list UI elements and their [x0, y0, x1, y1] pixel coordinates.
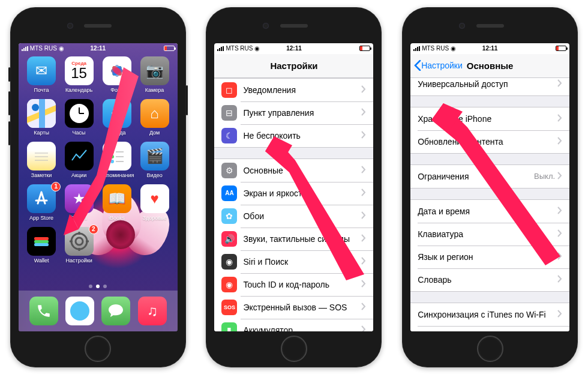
- row-sounds[interactable]: 🔊Звуки, тактильные сигналы: [214, 228, 373, 250]
- row-itunes-wifi-sync[interactable]: Синхронизация с iTunes по Wi-Fi: [410, 303, 569, 326]
- volume-up[interactable]: [8, 91, 10, 115]
- maps-icon: [27, 99, 56, 128]
- clock-icon: [65, 99, 94, 128]
- front-camera: [67, 23, 73, 29]
- clock-label: 12:11: [482, 45, 498, 52]
- app-health[interactable]: ♥Здоровье: [137, 184, 172, 221]
- chevron-icon: [557, 79, 562, 89]
- row-accessibility[interactable]: Универсальный доступ: [410, 78, 569, 95]
- app-weather[interactable]: ☀︎Погода: [100, 99, 134, 136]
- app-calendar[interactable]: Среда15Календарь: [62, 56, 96, 93]
- app-photos[interactable]: Фото: [100, 56, 134, 93]
- app-camera[interactable]: 📷Камера: [137, 56, 172, 93]
- app-itunes[interactable]: ★iTunes: [62, 184, 96, 221]
- app-grid: ✉︎Почта Среда15Календарь Фото 📷Камера Ка…: [19, 54, 178, 264]
- volume-down[interactable]: [8, 121, 10, 145]
- video-icon: 🎬: [140, 142, 169, 170]
- home-button[interactable]: [477, 336, 503, 362]
- ibooks-icon: 📖: [103, 184, 131, 213]
- power-button[interactable]: [186, 85, 188, 115]
- app-label: Настройки: [66, 258, 92, 264]
- itunes-icon: ★: [65, 184, 94, 213]
- svg-rect-23: [34, 240, 49, 243]
- nav-bar: Настройки: [214, 54, 373, 78]
- row-battery[interactable]: ▮Аккумулятор: [214, 319, 373, 331]
- app-safari[interactable]: [65, 297, 94, 325]
- notes-icon: [27, 142, 56, 170]
- general-list[interactable]: Универсальный доступ Хранилище iPhone Об…: [410, 78, 569, 331]
- row-vpn[interactable]: VPNНе подключено: [410, 326, 569, 331]
- mail-icon: ✉︎: [27, 56, 56, 85]
- svg-point-9: [32, 104, 39, 111]
- home-screen: MTS RUS◉ 12:11 ✉︎Почта Среда15Календарь …: [19, 43, 178, 331]
- carrier-label: MTS RUS: [226, 45, 253, 52]
- svg-point-16: [110, 150, 114, 154]
- row-restrictions[interactable]: ОграниченияВыкл.: [410, 165, 569, 188]
- row-general[interactable]: ⚙Основные: [214, 159, 373, 182]
- row-wallpaper[interactable]: ✿Обои: [214, 205, 373, 228]
- app-home[interactable]: ⌂Дом: [137, 99, 172, 136]
- page-dots[interactable]: [19, 285, 178, 288]
- app-videos[interactable]: 🎬Видео: [137, 142, 172, 178]
- app-wallet[interactable]: Wallet: [25, 227, 59, 264]
- phone-frame-3: MTS RUS◉ 12:11 Настройки Основные Универ…: [402, 7, 578, 367]
- row-keyboard[interactable]: Клавиатура: [410, 223, 569, 246]
- app-label: iBooks: [109, 215, 125, 221]
- row-touchid[interactable]: ◉Touch ID и код-пароль: [214, 273, 373, 296]
- row-display[interactable]: AAЭкран и яркость: [214, 182, 373, 205]
- row-dnd[interactable]: ☾Не беспокоить: [214, 124, 373, 147]
- row-dictionary[interactable]: Словарь: [410, 268, 569, 291]
- row-iphone-storage[interactable]: Хранилище iPhone: [410, 107, 569, 130]
- reminders-icon: [103, 142, 131, 170]
- status-bar: MTS RUS◉ 12:11: [410, 43, 569, 54]
- app-mail[interactable]: ✉︎Почта: [25, 56, 59, 93]
- svg-point-25: [71, 234, 87, 249]
- row-siri[interactable]: ◉Siri и Поиск: [214, 250, 373, 273]
- app-stocks[interactable]: Акции: [62, 142, 96, 178]
- app-music[interactable]: ♫: [138, 297, 167, 325]
- settings-root-screen: MTS RUS◉ 12:11 Настройки ◻︎Уведомления ⊟…: [214, 43, 373, 331]
- app-label: Часы: [73, 130, 86, 136]
- row-sos[interactable]: SOSЭкстренный вызов — SOS: [214, 296, 373, 319]
- carrier-label: MTS RUS: [30, 45, 57, 52]
- app-settings[interactable]: 2Настройки: [62, 227, 96, 264]
- app-maps[interactable]: Карты: [25, 99, 59, 136]
- app-label: App Store: [29, 215, 53, 221]
- back-button[interactable]: Настройки: [414, 60, 463, 71]
- chevron-icon: [361, 257, 366, 267]
- home-button[interactable]: [85, 336, 111, 362]
- app-phone[interactable]: [29, 297, 58, 325]
- chevron-icon: [361, 303, 366, 312]
- row-language-region[interactable]: Язык и регион: [410, 246, 569, 268]
- row-date-time[interactable]: Дата и время: [410, 200, 569, 223]
- wallet-icon: [27, 227, 56, 256]
- phone-frame-2: MTS RUS◉ 12:11 Настройки ◻︎Уведомления ⊟…: [206, 7, 382, 367]
- chevron-icon: [361, 131, 366, 140]
- row-background-refresh[interactable]: Обновление контента: [410, 130, 569, 153]
- row-control-center[interactable]: ⊟Пункт управления: [214, 101, 373, 124]
- nav-title: Настройки: [270, 61, 317, 71]
- phone-frame-1: MTS RUS◉ 12:11 ✉︎Почта Среда15Календарь …: [10, 7, 186, 367]
- app-reminders[interactable]: Напоминания: [100, 142, 134, 178]
- row-notifications[interactable]: ◻︎Уведомления: [214, 79, 373, 101]
- app-messages[interactable]: [101, 297, 130, 325]
- chevron-icon: [557, 172, 562, 181]
- home-button[interactable]: [281, 336, 307, 362]
- chevron-icon: [361, 211, 366, 221]
- svg-point-26: [76, 238, 83, 245]
- mute-switch[interactable]: [8, 67, 10, 82]
- control-center-icon: ⊟: [221, 105, 237, 121]
- app-ibooks[interactable]: 📖iBooks: [100, 184, 134, 221]
- svg-rect-24: [34, 243, 49, 246]
- dock: ♫: [19, 291, 178, 331]
- app-clock[interactable]: Часы: [62, 99, 96, 136]
- chevron-icon: [557, 114, 562, 124]
- health-icon: ♥: [140, 184, 169, 213]
- app-label: Заметки: [31, 172, 52, 178]
- back-label: Настройки: [421, 61, 463, 70]
- settings-list[interactable]: ◻︎Уведомления ⊟Пункт управления ☾Не бесп…: [214, 78, 373, 331]
- status-bar: MTS RUS◉ 12:11: [214, 43, 373, 54]
- app-appstore[interactable]: 1App Store: [25, 184, 59, 221]
- app-notes[interactable]: Заметки: [25, 142, 59, 178]
- chevron-icon: [361, 280, 366, 289]
